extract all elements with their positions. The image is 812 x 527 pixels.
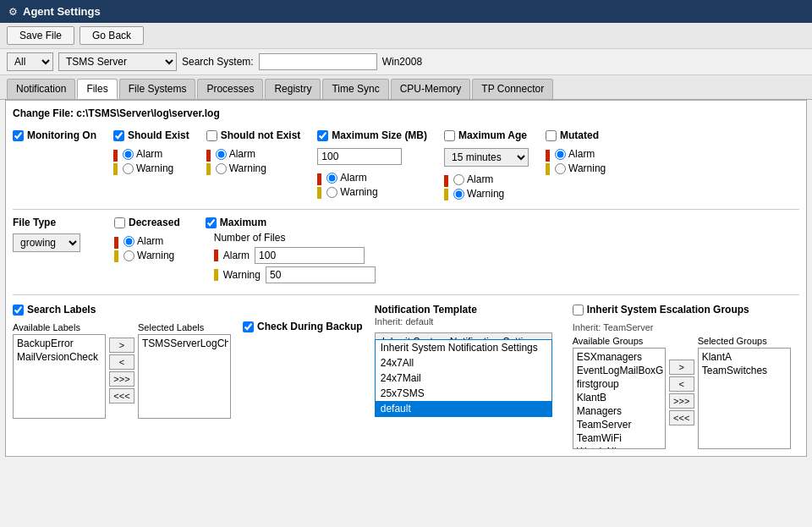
tab-registry[interactable]: Registry bbox=[265, 79, 321, 99]
escalation-move-all-left-button[interactable]: <<< bbox=[669, 410, 694, 425]
tab-file-systems[interactable]: File Systems bbox=[119, 79, 196, 99]
should-not-exist-alarm-label[interactable]: Alarm bbox=[216, 148, 266, 160]
dropdown-item-25x7sms[interactable]: 25x7SMS bbox=[376, 386, 551, 401]
tab-tp-connector[interactable]: TP Connector bbox=[472, 79, 553, 99]
mutated-group: Mutated Alarm Warning bbox=[546, 129, 606, 175]
decreased-alarm-radio[interactable] bbox=[123, 236, 134, 247]
move-left-button[interactable]: < bbox=[109, 354, 134, 370]
move-all-left-button[interactable]: <<< bbox=[109, 388, 134, 403]
should-not-exist-warning-label[interactable]: Warning bbox=[216, 162, 266, 174]
tab-notification[interactable]: Notification bbox=[7, 79, 75, 99]
escalation-move-left-button[interactable]: < bbox=[669, 376, 694, 392]
dropdown-item-24x7mail[interactable]: 24x7Mail bbox=[376, 371, 551, 386]
selected-labels-list[interactable]: TSMSServerLogChe bbox=[138, 334, 231, 419]
max-size-warning-radio[interactable] bbox=[326, 187, 337, 198]
search-labels-lists: Available Labels BackupError MailVersion… bbox=[13, 322, 231, 419]
should-not-exist-alarm-radio[interactable] bbox=[216, 149, 227, 160]
maximum-size-input[interactable] bbox=[317, 148, 402, 165]
escalation-move-right-button[interactable]: > bbox=[669, 360, 694, 375]
list-item[interactable]: TeamWiFi bbox=[575, 431, 663, 445]
should-exist-label: Should Exist bbox=[128, 129, 189, 141]
tab-files[interactable]: Files bbox=[77, 79, 117, 99]
move-all-right-button[interactable]: >>> bbox=[109, 371, 134, 387]
notification-template-group: Notification Template Inherit: default I… bbox=[375, 304, 552, 351]
maximum-alarm-input[interactable] bbox=[255, 247, 365, 264]
selected-groups-header: Selected Groups bbox=[698, 336, 791, 346]
list-item[interactable]: EventLogMailBoxGro bbox=[575, 364, 663, 377]
tsms-server-select[interactable]: TSMS Server bbox=[58, 52, 177, 71]
dropdown-item-default[interactable]: default bbox=[376, 401, 551, 416]
should-not-exist-warning-radio[interactable] bbox=[216, 163, 227, 174]
tab-cpu-memory[interactable]: CPU-Memory bbox=[391, 79, 471, 99]
decreased-warning-radio[interactable] bbox=[123, 250, 134, 261]
max-size-alarm-radio[interactable] bbox=[326, 173, 337, 184]
should-exist-checkbox[interactable] bbox=[113, 130, 124, 141]
dropdown-item-24x7all[interactable]: 24x7All bbox=[376, 355, 551, 371]
should-exist-warning-radio[interactable] bbox=[123, 163, 134, 174]
search-labels-checkbox[interactable] bbox=[13, 305, 24, 316]
maximum-alarm-red-bar bbox=[214, 250, 218, 261]
all-select[interactable]: All bbox=[7, 52, 53, 71]
list-item[interactable]: KlantB bbox=[575, 391, 663, 404]
maximum-age-checkbox[interactable] bbox=[444, 130, 455, 141]
max-size-yellow-bar bbox=[317, 187, 321, 199]
decreased-warning-label[interactable]: Warning bbox=[123, 250, 174, 261]
mutated-alarm-label[interactable]: Alarm bbox=[555, 148, 606, 160]
alarm-inline-row: Alarm bbox=[214, 247, 376, 264]
warning-text: Warning bbox=[223, 269, 261, 281]
decreased-alarm-label[interactable]: Alarm bbox=[123, 235, 174, 247]
max-age-alarm-label[interactable]: Alarm bbox=[453, 173, 504, 185]
list-item[interactable]: TeamSwitches bbox=[700, 364, 788, 377]
filter-bar: All TSMS Server Search System: Win2008 bbox=[0, 49, 812, 75]
search-input[interactable] bbox=[259, 53, 377, 70]
notification-dropdown-list: Inherit System Notification Settings 24x… bbox=[375, 339, 552, 417]
list-item[interactable]: KlantA bbox=[700, 350, 788, 364]
list-item[interactable]: BackupError bbox=[15, 337, 103, 350]
maximum-warning-input[interactable] bbox=[266, 266, 376, 283]
should-not-exist-checkbox[interactable] bbox=[206, 130, 217, 141]
mutated-alarm-radio[interactable] bbox=[555, 149, 566, 160]
max-age-warning-radio[interactable] bbox=[453, 189, 464, 200]
save-file-button[interactable]: Save File bbox=[7, 26, 74, 45]
list-item[interactable]: WatchAll bbox=[575, 445, 663, 449]
list-item[interactable]: ESXmanagers bbox=[575, 350, 663, 364]
go-back-button[interactable]: Go Back bbox=[80, 26, 144, 45]
max-age-alarm-radio[interactable] bbox=[453, 174, 464, 185]
maximum-size-checkbox[interactable] bbox=[317, 130, 328, 141]
change-file-path: c:\TSMS\Server\log\server.log bbox=[76, 107, 219, 119]
maximum-checkbox[interactable] bbox=[206, 217, 217, 228]
list-item[interactable]: TeamServer bbox=[575, 418, 663, 431]
monitoring-on-group: Monitoring On bbox=[13, 129, 96, 145]
selected-groups-list[interactable]: KlantA TeamSwitches bbox=[698, 348, 791, 449]
max-age-warning-label[interactable]: Warning bbox=[453, 188, 504, 200]
mutated-checkbox[interactable] bbox=[546, 130, 557, 141]
should-exist-alarm-label[interactable]: Alarm bbox=[123, 148, 173, 160]
dropdown-item-inherit[interactable]: Inherit System Notification Settings bbox=[376, 340, 551, 355]
mutated-warning-radio[interactable] bbox=[555, 163, 566, 174]
decreased-yellow-bar bbox=[114, 250, 118, 262]
available-labels-list[interactable]: BackupError MailVersionCheck bbox=[13, 334, 106, 419]
decreased-checkbox[interactable] bbox=[114, 217, 125, 228]
tab-processes[interactable]: Processes bbox=[197, 79, 263, 99]
escalation-move-all-right-button[interactable]: >>> bbox=[669, 393, 694, 409]
max-size-alarm-label[interactable]: Alarm bbox=[326, 172, 377, 184]
list-item[interactable]: TSMSServerLogChe bbox=[140, 337, 228, 350]
check-during-backup-label: Check During Backup bbox=[257, 321, 363, 332]
monitoring-on-checkbox[interactable] bbox=[13, 130, 24, 141]
check-during-backup-checkbox[interactable] bbox=[243, 321, 254, 332]
maximum-size-label: Maximum Size (MB) bbox=[332, 129, 427, 141]
tab-time-sync[interactable]: Time Sync bbox=[322, 79, 388, 99]
move-right-button[interactable]: > bbox=[109, 338, 134, 353]
list-item[interactable]: MailVersionCheck bbox=[15, 350, 103, 364]
inherit-escalation-checkbox[interactable] bbox=[573, 305, 584, 316]
maximum-age-select[interactable]: 15 minutes 5 minutes 30 minutes 1 hour 4… bbox=[444, 148, 529, 167]
should-exist-warning-label[interactable]: Warning bbox=[123, 162, 173, 174]
available-groups-list[interactable]: ESXmanagers EventLogMailBoxGro firstgrou… bbox=[573, 348, 666, 449]
should-exist-alarm-radio[interactable] bbox=[123, 149, 134, 160]
mutated-warning-label[interactable]: Warning bbox=[555, 162, 606, 174]
list-item[interactable]: firstgroup bbox=[575, 377, 663, 391]
list-item[interactable]: Managers bbox=[575, 404, 663, 418]
file-type-select[interactable]: growing fixed any bbox=[13, 233, 80, 252]
escalation-group-buttons: > < >>> <<< bbox=[669, 360, 694, 425]
max-size-warning-label[interactable]: Warning bbox=[326, 186, 377, 198]
